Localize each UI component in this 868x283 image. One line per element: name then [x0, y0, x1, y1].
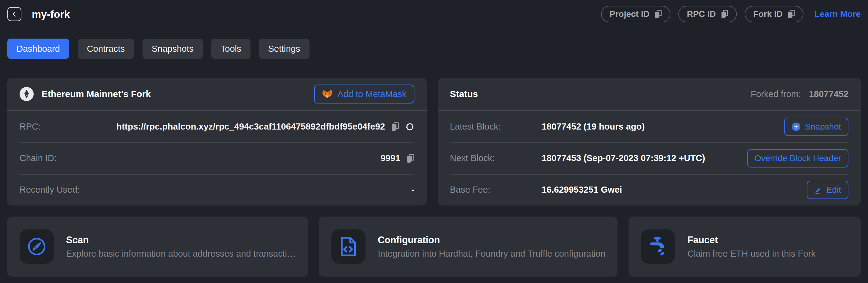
recently-used-value: -: [411, 185, 414, 195]
chevron-left-icon: [11, 10, 18, 18]
add-to-metamask-label: Add to MetaMask: [337, 89, 406, 99]
configuration-description: Integration into Hardhat, Foundry and Tr…: [378, 249, 605, 259]
forked-from-value: 18077452: [809, 89, 848, 99]
status-card: Status Forked from: 18077452 Latest Bloc…: [438, 78, 861, 205]
tab-tools[interactable]: Tools: [211, 38, 250, 59]
latest-block-label: Latest Block:: [450, 121, 542, 132]
next-block-value: 18077453 (Sep-07-2023 07:39:12 +UTC): [542, 153, 705, 163]
fork-card-title: Ethereum Mainnet's Fork: [41, 89, 151, 99]
chain-id-value: 9991: [380, 153, 400, 163]
faucet-card-text: Faucet Claim free ETH used in this Fork: [687, 235, 815, 259]
status-card-title: Status: [450, 89, 478, 99]
tab-dashboard[interactable]: Dashboard: [7, 38, 69, 59]
ethereum-icon: [20, 87, 34, 101]
refresh-rpc-button[interactable]: [405, 122, 414, 132]
tab-contracts[interactable]: Contracts: [78, 38, 134, 59]
copy-rpc-button[interactable]: [391, 122, 399, 132]
faucet-icon: [641, 229, 675, 264]
override-block-header-button[interactable]: Override Block Header: [747, 149, 848, 168]
page-title: my-fork: [32, 8, 70, 20]
latest-block-value: 18077452 (19 hours ago): [542, 121, 645, 132]
configuration-card-text: Configuration Integration into Hardhat, …: [378, 235, 605, 259]
tab-snapshots[interactable]: Snapshots: [143, 38, 203, 59]
faucet-title: Faucet: [687, 235, 815, 246]
snapshot-button-label: Snapshot: [805, 122, 841, 132]
edit-button-label: Edit: [827, 185, 841, 195]
base-fee-value: 16.629953251 Gwei: [542, 185, 622, 195]
override-block-header-label: Override Block Header: [754, 153, 841, 163]
forked-from: Forked from: 18077452: [751, 89, 848, 99]
forked-from-label: Forked from:: [751, 89, 801, 99]
scan-description: Explore basic information about addresse…: [66, 249, 296, 259]
copy-icon: [391, 122, 399, 132]
base-fee-label: Base Fee:: [450, 185, 542, 195]
scan-card[interactable]: Scan Explore basic information about add…: [7, 217, 308, 277]
chain-id-row: Chain ID: 9991: [7, 142, 427, 174]
fork-info-card: Ethereum Mainnet's Fork Add to MetaMask …: [7, 78, 427, 205]
main-cards: Ethereum Mainnet's Fork Add to MetaMask …: [7, 78, 861, 205]
chain-id-label: Chain ID:: [20, 153, 57, 163]
file-code-icon: [331, 229, 366, 264]
copy-icon: [406, 154, 414, 163]
tab-settings[interactable]: Settings: [259, 38, 310, 59]
plus-circle-icon: [792, 122, 801, 132]
compass-icon: [20, 229, 54, 264]
rpc-label: RPC:: [20, 121, 41, 132]
learn-more-link[interactable]: Learn More: [814, 9, 861, 19]
rpc-row: RPC: https://rpc.phalcon.xyz/rpc_494c3ca…: [7, 111, 427, 142]
back-button[interactable]: [7, 7, 22, 21]
project-id-label: Project ID: [610, 9, 650, 19]
header-actions: Project ID RPC ID Fork ID Learn More: [601, 6, 861, 22]
configuration-card[interactable]: Configuration Integration into Hardhat, …: [319, 217, 618, 277]
fork-card-header: Ethereum Mainnet's Fork Add to MetaMask: [7, 78, 427, 111]
fork-id-label: Fork ID: [753, 9, 783, 19]
next-block-label: Next Block:: [450, 153, 542, 163]
shortcut-cards: Scan Explore basic information about add…: [7, 217, 861, 277]
recently-used-label: Recently Used:: [20, 185, 80, 195]
scan-title: Scan: [66, 235, 296, 246]
rpc-id-button[interactable]: RPC ID: [678, 6, 737, 22]
recently-used-row: Recently Used: -: [7, 174, 427, 205]
rpc-url-value: https://rpc.phalcon.xyz/rpc_494c3caf1106…: [116, 121, 385, 132]
fork-id-button[interactable]: Fork ID: [745, 6, 803, 22]
next-block-row: Next Block: 18077453 (Sep-07-2023 07:39:…: [438, 142, 861, 174]
refresh-icon: [405, 122, 414, 132]
base-fee-row: Base Fee: 16.629953251 Gwei Edit: [438, 174, 861, 205]
copy-chain-id-button[interactable]: [406, 154, 414, 163]
scan-card-text: Scan Explore basic information about add…: [66, 235, 296, 259]
copy-icon: [787, 10, 795, 18]
project-id-button[interactable]: Project ID: [601, 6, 671, 22]
rpc-id-label: RPC ID: [687, 9, 716, 19]
metamask-fox-icon: [322, 89, 333, 99]
add-to-metamask-button[interactable]: Add to MetaMask: [314, 85, 414, 104]
faucet-description: Claim free ETH used in this Fork: [687, 249, 815, 259]
faucet-card[interactable]: Faucet Claim free ETH used in this Fork: [628, 217, 861, 277]
pencil-icon: [814, 186, 822, 194]
snapshot-button[interactable]: Snapshot: [784, 118, 848, 136]
configuration-title: Configuration: [378, 235, 605, 246]
latest-block-row: Latest Block: 18077452 (19 hours ago) Sn…: [438, 111, 861, 142]
fork-dashboard-page: my-fork Project ID RPC ID Fork ID Le: [0, 0, 868, 283]
top-header: my-fork Project ID RPC ID Fork ID Le: [7, 0, 861, 28]
edit-base-fee-button[interactable]: Edit: [807, 181, 848, 199]
tab-bar: Dashboard Contracts Snapshots Tools Sett…: [7, 38, 861, 59]
copy-icon: [654, 10, 662, 18]
copy-icon: [721, 10, 728, 18]
status-card-header: Status Forked from: 18077452: [438, 78, 861, 111]
